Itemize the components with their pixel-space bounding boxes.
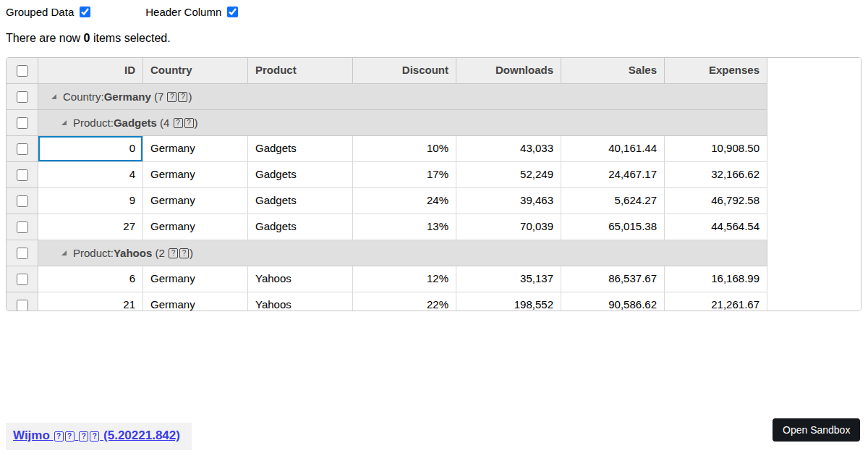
cell-id[interactable]: 21 [38,292,143,311]
cell-sales[interactable]: 40,161.44 [561,136,665,162]
cell-discount[interactable]: 12% [353,266,456,292]
cell-discount[interactable]: 17% [353,162,456,188]
wijmo-link-prefix: Wijmo [13,428,54,442]
cell-id[interactable]: 27 [38,214,143,240]
cell-country[interactable]: Germany [143,214,248,240]
cell-country[interactable]: Germany [143,292,248,311]
cell-downloads[interactable]: 35,137 [456,266,561,292]
wijmo-link-space [75,428,79,442]
row-select-checkbox-cell[interactable] [7,266,38,292]
group-row-label[interactable]: Product: Gadgets (4 ??) [38,110,767,136]
select-all-checkbox-cell[interactable] [7,58,38,84]
cell-expenses[interactable]: 32,166.62 [665,162,767,188]
missing-glyph-box: ? [178,92,187,102]
grouped-data-control[interactable]: Grouped Data [6,6,90,18]
collapse-group-icon[interactable] [61,250,67,256]
grouped-data-checkbox[interactable] [80,7,90,17]
row-select-checkbox-cell[interactable] [7,292,38,311]
cell-downloads[interactable]: 39,463 [456,188,561,214]
column-header-downloads[interactable]: Downloads [456,58,561,84]
row-select-checkbox[interactable] [17,195,28,207]
group-count-close: ) [188,90,192,103]
column-header-expenses[interactable]: Expenses [665,58,767,84]
row-select-checkbox[interactable] [17,221,28,233]
cell-discount[interactable]: 24% [353,188,456,214]
cell-product[interactable]: Yahoos [248,292,353,311]
cell-product[interactable]: Gadgets [248,188,353,214]
select-all-checkbox[interactable] [17,65,28,77]
cell-id[interactable]: 4 [38,162,143,188]
cell-expenses[interactable]: 46,792.58 [665,188,767,214]
cell-id[interactable]: 0 [38,136,143,162]
grouped-data-label: Grouped Data [6,6,74,18]
missing-glyph-box: ? [167,92,176,102]
missing-glyph-box: ? [169,248,178,258]
cell-id[interactable]: 6 [38,266,143,292]
header-column-control[interactable]: Header Column [145,6,238,18]
header-column-checkbox[interactable] [227,7,238,17]
cell-discount[interactable]: 13% [353,214,456,240]
cell-country[interactable]: Germany [143,136,248,162]
group-count-open: (7 [151,90,167,103]
cell-product[interactable]: Gadgets [248,214,353,240]
group-row: Country: Germany (7 ??) [7,84,861,110]
row-select-checkbox-cell[interactable] [7,84,38,110]
cell-downloads[interactable]: 43,033 [456,136,561,162]
cell-country[interactable]: Germany [143,188,248,214]
row-select-checkbox[interactable] [17,169,28,181]
collapse-group-icon[interactable] [61,120,67,125]
cell-downloads[interactable]: 70,039 [456,214,561,240]
cell-expenses[interactable]: 21,261.67 [665,292,767,311]
collapse-group-icon[interactable] [51,94,56,99]
cell-discount[interactable]: 10% [353,136,456,162]
group-row-label[interactable]: Country: Germany (7 ??) [38,84,767,110]
group-row-label[interactable]: Product: Yahoos (2 ??) [38,240,767,266]
row-select-checkbox[interactable] [17,300,28,311]
open-sandbox-button[interactable]: Open Sandbox [773,418,860,442]
cell-expenses[interactable]: 16,168.99 [665,266,767,292]
missing-glyph-box: ? [54,431,64,442]
row-select-checkbox[interactable] [17,117,28,129]
cell-product[interactable]: Gadgets [248,136,353,162]
cell-downloads[interactable]: 198,552 [456,292,561,311]
row-select-checkbox-cell[interactable] [7,136,38,162]
column-header-product[interactable]: Product [248,58,353,84]
flexgrid[interactable]: IDCountryProductDiscountDownloadsSalesEx… [6,57,861,311]
selection-status: There are now 0 items selected. [6,32,171,45]
cell-discount[interactable]: 22% [353,292,456,311]
cell-id[interactable]: 9 [38,188,143,214]
missing-glyph-box: ? [184,118,194,128]
cell-sales[interactable]: 86,537.67 [561,266,665,292]
row-select-checkbox-cell[interactable] [7,240,38,266]
cell-expenses[interactable]: 10,908.50 [665,136,767,162]
column-header-id[interactable]: ID [38,58,143,84]
row-select-checkbox-cell[interactable] [7,162,38,188]
cell-sales[interactable]: 90,586.62 [561,292,665,311]
row-filler [767,110,861,136]
row-select-checkbox-cell[interactable] [7,110,38,136]
cell-country[interactable]: Germany [143,162,248,188]
missing-glyph-box: ? [179,248,189,258]
row-select-checkbox[interactable] [17,274,28,285]
cell-sales[interactable]: 5,624.27 [561,188,665,214]
column-header-country[interactable]: Country [143,58,248,84]
row-select-checkbox-cell[interactable] [7,214,38,240]
column-header-sales[interactable]: Sales [561,58,665,84]
row-select-checkbox-cell[interactable] [7,188,38,214]
cell-product[interactable]: Gadgets [248,162,353,188]
row-select-checkbox[interactable] [17,91,28,103]
cell-sales[interactable]: 65,015.38 [561,214,665,240]
table-row: 6GermanyYahoos12%35,13786,537.6716,168.9… [7,266,861,292]
row-select-checkbox[interactable] [17,143,28,155]
group-value-label: Gadgets [114,117,157,129]
cell-downloads[interactable]: 52,249 [456,162,561,188]
cell-product[interactable]: Yahoos [248,266,353,292]
status-text-before: There are now [6,32,84,44]
cell-sales[interactable]: 24,467.17 [561,162,665,188]
column-header-discount[interactable]: Discount [353,58,456,84]
cell-expenses[interactable]: 44,564.54 [665,214,767,240]
row-select-checkbox[interactable] [17,248,28,259]
cell-country[interactable]: Germany [143,266,248,292]
status-text-after: items selected. [90,32,171,44]
wijmo-version-link[interactable]: Wijmo ?? ?? (5.20221.842) [13,428,180,442]
